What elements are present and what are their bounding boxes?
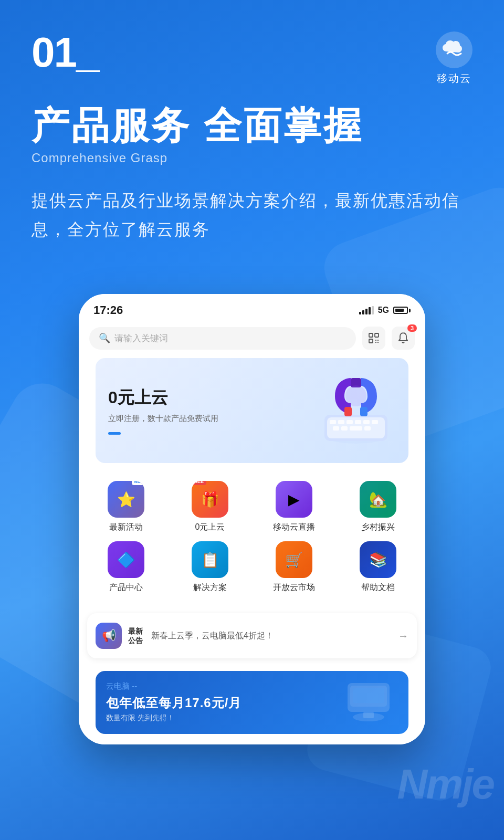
status-icons: 5G xyxy=(359,306,411,315)
svg-rect-15 xyxy=(363,420,370,424)
notice-label: 最新公告 xyxy=(128,626,143,645)
notice-icon: 📢 xyxy=(96,623,122,649)
scan-button[interactable] xyxy=(362,327,385,350)
grid-item-solution[interactable]: 📋 解决方案 xyxy=(178,541,242,593)
grid-item-rural[interactable]: 🏡 乡村振兴 xyxy=(346,481,410,533)
grid-item-help[interactable]: 📚 帮助文档 xyxy=(346,541,410,593)
logo-text: 移动云 xyxy=(437,71,471,86)
grid-item-live[interactable]: ▶ 移动云直播 xyxy=(262,481,326,533)
phone-frame: 17:26 5G � xyxy=(79,294,425,744)
battery-icon xyxy=(393,307,411,314)
live-label: 移动云直播 xyxy=(273,522,315,533)
svg-rect-16 xyxy=(372,420,378,424)
logo: 移动云 xyxy=(436,32,472,86)
search-input[interactable]: 🔍 请输入关键词 xyxy=(89,327,356,350)
search-bar-container: 🔍 请输入关键词 3 xyxy=(79,322,425,358)
svg-rect-19 xyxy=(350,426,362,430)
market-label: 开放云市场 xyxy=(273,582,315,593)
free-badge: FREE xyxy=(192,481,206,485)
solution-label: 解决方案 xyxy=(193,582,227,593)
svg-rect-1 xyxy=(369,333,373,337)
main-title: 产品服务 全面掌握 xyxy=(32,105,472,146)
svg-rect-7 xyxy=(377,342,379,343)
svg-rect-11 xyxy=(330,420,336,424)
svg-rect-3 xyxy=(369,339,373,343)
solution-icon: 📋 xyxy=(192,541,228,578)
svg-rect-23 xyxy=(360,407,368,416)
grid-row-2: 🔷 产品中心 📋 解决方案 🛒 开放云市场 xyxy=(84,541,420,593)
product-label: 产品中心 xyxy=(109,582,143,593)
grid-row-1: ⭐ NEW 最新活动 🎁 FREE 0元上云 ▶ 移动云 xyxy=(84,481,420,533)
notice-text: 新春上云季，云电脑最低4折起！ xyxy=(151,631,392,642)
grid-item-activity[interactable]: ⭐ NEW 最新活动 xyxy=(94,481,158,533)
status-time: 17:26 xyxy=(93,303,123,317)
help-label: 帮助文档 xyxy=(361,582,395,593)
svg-rect-12 xyxy=(338,420,344,424)
section-number: 01_ xyxy=(32,32,98,74)
svg-rect-22 xyxy=(344,407,352,416)
activity-label: 最新活动 xyxy=(109,522,143,533)
notice-arrow-icon: → xyxy=(398,630,408,642)
banner-image xyxy=(314,368,398,454)
grid-item-free[interactable]: 🎁 FREE 0元上云 xyxy=(178,481,242,533)
product-icon: 🔷 xyxy=(108,541,144,578)
free-icon: 🎁 FREE xyxy=(192,481,228,518)
grid-item-product[interactable]: 🔷 产品中心 xyxy=(94,541,158,593)
status-bar: 17:26 5G xyxy=(79,294,425,322)
bottom-banner[interactable]: 云电脑 -- 包年低至每月17.6元/月 数量有限 先到先得！ xyxy=(96,671,408,734)
svg-point-24 xyxy=(345,385,366,406)
description: 提供云产品及行业场景解决方案介绍，最新优惠活动信息，全方位了解云服务 xyxy=(32,186,472,244)
title-section: 产品服务 全面掌握 Comprehensive Grasp 提供云产品及行业场景… xyxy=(32,105,472,244)
notification-badge: 3 xyxy=(407,324,417,332)
activity-icon: ⭐ NEW xyxy=(108,481,144,518)
svg-rect-27 xyxy=(353,688,384,703)
logo-icon xyxy=(436,32,472,68)
rural-icon: 🏡 xyxy=(360,481,396,518)
sub-title: Comprehensive Grasp xyxy=(32,151,472,165)
banner-dot-indicator xyxy=(108,432,121,435)
grid-item-market[interactable]: 🛒 开放云市场 xyxy=(262,541,326,593)
svg-rect-20 xyxy=(364,426,371,430)
header: 01_ 移动云 xyxy=(32,32,472,86)
help-icon: 📚 xyxy=(360,541,396,578)
svg-rect-4 xyxy=(375,340,376,341)
svg-rect-13 xyxy=(346,420,353,424)
signal-icon xyxy=(359,306,374,314)
search-icon: 🔍 xyxy=(99,332,110,344)
svg-rect-29 xyxy=(363,712,374,718)
market-icon: 🛒 xyxy=(276,541,312,578)
network-type: 5G xyxy=(378,306,389,315)
search-placeholder: 请输入关键词 xyxy=(114,332,168,344)
rural-label: 乡村振兴 xyxy=(361,522,395,533)
grid-section: ⭐ NEW 最新活动 🎁 FREE 0元上云 ▶ 移动云 xyxy=(79,470,425,607)
activity-badge: NEW xyxy=(132,481,145,485)
notice-card[interactable]: 📢 最新公告 新春上云季，云电脑最低4折起！ → xyxy=(87,613,417,658)
svg-rect-2 xyxy=(375,333,379,337)
notification-button[interactable]: 3 xyxy=(392,327,415,350)
svg-rect-14 xyxy=(355,420,361,424)
svg-rect-5 xyxy=(377,340,379,341)
live-icon: ▶ xyxy=(276,481,312,518)
phone-mockup: 17:26 5G � xyxy=(79,294,425,744)
svg-rect-6 xyxy=(375,342,376,343)
main-banner[interactable]: 0元上云 立即注册，数十款产品免费试用 xyxy=(96,358,408,463)
svg-rect-18 xyxy=(341,426,348,430)
svg-rect-17 xyxy=(333,426,339,430)
bottom-banner-image xyxy=(337,678,400,727)
free-label: 0元上云 xyxy=(195,522,225,533)
